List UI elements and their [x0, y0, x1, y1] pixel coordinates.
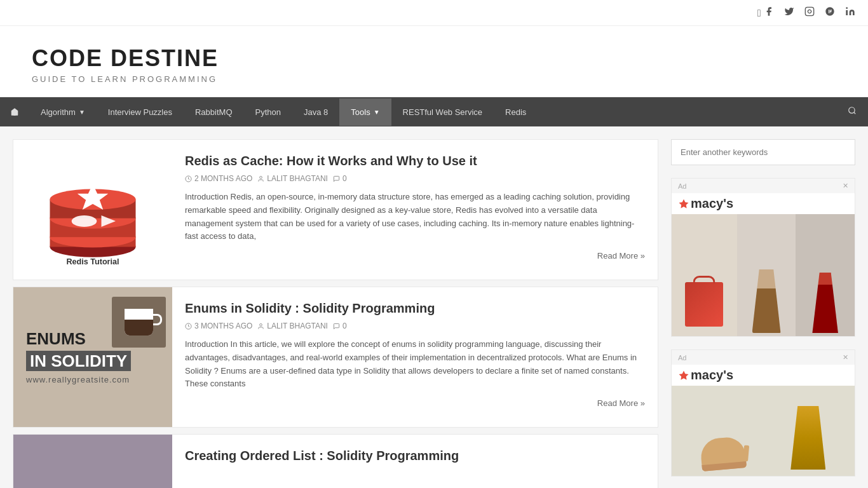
ad-close-icon-2[interactable]: ✕ [843, 353, 848, 362]
article-meta: 3 MONTHS AGO LALIT BHAGTANI 0 [185, 322, 645, 330]
twitter-icon[interactable] [784, 6, 794, 19]
svg-point-13 [72, 215, 97, 227]
sidebar: Ad ✕ macy's [671, 139, 855, 488]
site-title: CODE DESTINE [32, 45, 836, 72]
svg-line-4 [854, 112, 856, 114]
article-title: Enums in Solidity : Solidity Programming [185, 300, 645, 316]
article-card: Creating Ordered List : Solidity Program… [13, 434, 658, 488]
nav-python[interactable]: Python [244, 98, 292, 126]
svg-marker-21 [679, 370, 689, 379]
ad-box-1: Ad ✕ macy's [671, 178, 855, 337]
article-date: 2 MONTHS AGO [185, 174, 252, 183]
navbar: Algorithm ▼ Interview Puzzles RabbitMQ P… [0, 97, 868, 126]
chevron-down-icon: ▼ [374, 109, 380, 116]
nav-redis[interactable]: Redis [494, 98, 538, 126]
article-body: Redis as Cache: How it Works and Why to … [172, 140, 658, 280]
site-header: CODE DESTINE Guide to learn programming [0, 26, 868, 97]
nav-search-button[interactable] [836, 97, 868, 126]
ad-box-2: Ad ✕ macy's [671, 349, 855, 477]
chevron-down-icon: ▼ [79, 109, 85, 116]
article-excerpt: Introduction Redis, an open-source, in-m… [185, 191, 645, 243]
instagram-icon[interactable] [804, 6, 815, 19]
article-author: LALIT BHAGTANI [257, 174, 328, 183]
ad-label: Ad [678, 182, 686, 190]
ad-header: Ad ✕ [672, 179, 855, 193]
svg-point-17 [260, 176, 262, 179]
site-subtitle: Guide to learn programming [32, 74, 836, 84]
article-image [13, 435, 172, 488]
nav-restful[interactable]: RESTful Web Service [391, 98, 494, 126]
read-more-button[interactable]: Read More » [185, 251, 645, 261]
svg-text:Redis Tutorial: Redis Tutorial [66, 257, 119, 266]
article-title: Creating Ordered List : Solidity Program… [185, 447, 645, 464]
linkedin-icon[interactable] [845, 6, 855, 19]
article-card: Redis Tutorial Redis as Cache: How it Wo… [13, 139, 658, 280]
article-card: ENUMS IN SOLIDITY www.reallygreatsite.co… [13, 287, 658, 428]
svg-point-19 [260, 323, 262, 326]
article-comments: 0 [333, 174, 347, 183]
google-plus-icon[interactable] [825, 6, 835, 19]
nav-interview-puzzles[interactable]: Interview Puzzles [97, 98, 184, 126]
article-comments: 0 [333, 322, 347, 330]
main-container: Redis Tutorial Redis as Cache: How it Wo… [0, 126, 868, 488]
nav-rabbitmq[interactable]: RabbitMQ [184, 98, 244, 126]
article-image: Redis Tutorial [13, 140, 172, 280]
nav-home[interactable] [0, 98, 29, 125]
article-image: ENUMS IN SOLIDITY www.reallygreatsite.co… [13, 287, 172, 427]
social-bar:  [0, 0, 868, 26]
svg-point-2 [846, 7, 848, 9]
ad-header-2: Ad ✕ [672, 350, 855, 365]
svg-rect-0 [805, 7, 813, 15]
ad-close-icon[interactable]: ✕ [843, 182, 848, 190]
nav-java8[interactable]: Java 8 [292, 98, 339, 126]
article-meta: 2 MONTHS AGO LALIT BHAGTANI 0 [185, 174, 645, 183]
article-excerpt: Introduction In this article, we will ex… [185, 338, 645, 391]
article-date: 3 MONTHS AGO [185, 322, 252, 330]
solidity-sublabel: www.reallygreatsite.com [26, 375, 159, 384]
facebook-icon[interactable]:  [757, 6, 774, 19]
ad-label-2: Ad [678, 354, 686, 362]
article-body: Creating Ordered List : Solidity Program… [172, 435, 658, 488]
article-body: Enums in Solidity : Solidity Programming… [172, 287, 658, 427]
read-more-button[interactable]: Read More » [185, 398, 645, 408]
svg-marker-20 [679, 199, 689, 208]
search-input[interactable] [671, 139, 855, 165]
content-area: Redis Tutorial Redis as Cache: How it Wo… [13, 139, 658, 488]
article-title: Redis as Cache: How it Works and Why to … [185, 152, 645, 169]
article-author: LALIT BHAGTANI [257, 322, 328, 330]
svg-point-3 [849, 107, 855, 113]
nav-tools[interactable]: Tools ▼ [339, 98, 391, 126]
nav-algorithm[interactable]: Algorithm ▼ [29, 98, 97, 126]
